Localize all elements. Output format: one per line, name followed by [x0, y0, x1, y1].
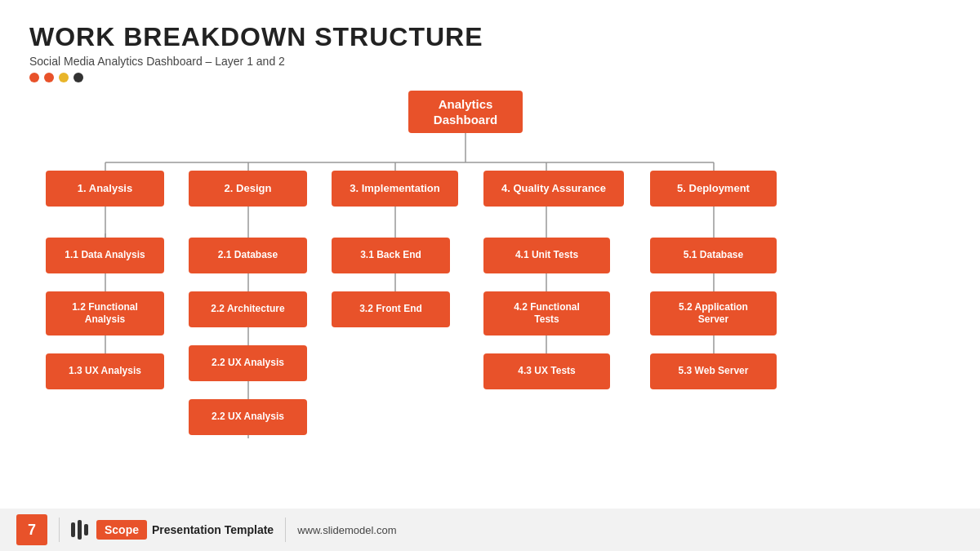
node-1-1: 1.1 Data Analysis	[46, 238, 164, 273]
footer-divider-2	[285, 518, 286, 542]
footer-logo	[71, 520, 88, 540]
footer-url: www.slidemodel.com	[297, 524, 396, 536]
node-4-1: 4.1 Unit Tests	[483, 238, 610, 273]
page-title: WORK BREAKDOWN STRUCTURE	[29, 23, 951, 51]
root-node: AnalyticsDashboard	[408, 91, 523, 133]
node-2-2: 2.2 Architecture	[189, 291, 307, 327]
node-3-1: 3.1 Back End	[332, 238, 450, 273]
footer-divider-1	[59, 518, 60, 542]
node-4-3: 4.3 UX Tests	[483, 353, 610, 389]
node-2-1: 2.1 Database	[189, 238, 307, 273]
node-qa: 4. Quality Assurance	[483, 171, 624, 207]
node-5-2: 5.2 ApplicationServer	[650, 291, 777, 335]
node-5-1: 5.1 Database	[650, 238, 777, 273]
dot-4	[74, 73, 83, 82]
node-1-2: 1.2 FunctionalAnalysis	[46, 291, 164, 335]
logo-bar-3	[84, 524, 88, 535]
page-number: 7	[16, 514, 47, 545]
node-3-2: 3.2 Front End	[332, 291, 450, 327]
footer: 7 Scope Presentation Template www.slidem…	[0, 509, 980, 551]
node-4-2: 4.2 FunctionalTests	[483, 291, 610, 335]
dot-1	[29, 73, 39, 82]
footer-scope: Scope	[96, 520, 147, 540]
node-deployment: 5. Deployment	[650, 171, 777, 207]
node-2-4: 2.2 UX Analysis	[189, 399, 307, 435]
node-implementation: 3. Implementation	[332, 171, 458, 207]
node-2-3: 2.2 UX Analysis	[189, 345, 307, 381]
node-1-3: 1.3 UX Analysis	[46, 353, 164, 389]
main-content: WORK BREAKDOWN STRUCTURE Social Media An…	[0, 0, 980, 540]
dot-2	[44, 73, 54, 82]
node-analysis: 1. Analysis	[46, 171, 164, 207]
dots-row	[29, 73, 951, 82]
logo-bar-1	[71, 522, 75, 537]
dot-3	[59, 73, 69, 82]
logo-bar-2	[78, 520, 82, 540]
footer-template-text: Presentation Template	[152, 523, 274, 536]
page-subtitle: Social Media Analytics Dashboard – Layer…	[29, 55, 951, 68]
node-design: 2. Design	[189, 171, 307, 207]
node-5-3: 5.3 Web Server	[650, 353, 777, 389]
wbs-diagram: AnalyticsDashboard 1. Analysis 2. Design…	[29, 82, 951, 540]
